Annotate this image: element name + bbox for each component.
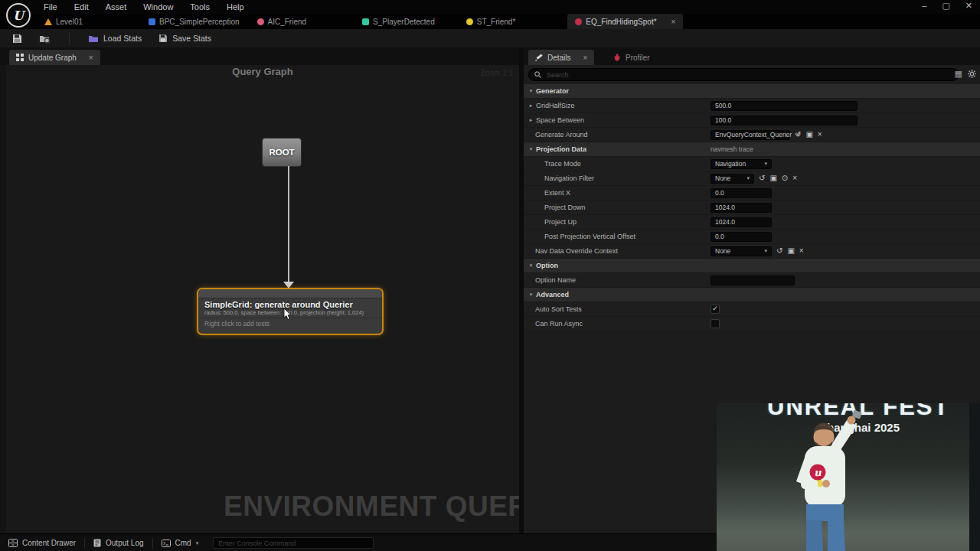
- collapse-arrow-icon[interactable]: ▾: [528, 88, 534, 94]
- load-stats-button[interactable]: Load Stats: [83, 32, 146, 44]
- details-property-row[interactable]: Project Down1024.0: [524, 201, 980, 215]
- details-rows: ▾Generator▸GridHalfSize500.0▸Space Betwe…: [524, 84, 980, 331]
- details-section-row[interactable]: ▾Projection Datanavmesh trace: [524, 142, 980, 157]
- menu-asset[interactable]: Asset: [97, 2, 136, 11]
- display-filter-icon[interactable]: ▦: [955, 69, 962, 79]
- property-input[interactable]: 500.0: [710, 101, 858, 111]
- asset-tab-aic_friend[interactable]: AIC_Friend: [250, 14, 315, 29]
- maximize-button[interactable]: ▢: [942, 1, 949, 11]
- copy-icon[interactable]: ▣: [769, 174, 776, 182]
- browse-icon[interactable]: ↺: [759, 174, 765, 182]
- unreal-engine-logo-icon[interactable]: U: [6, 3, 31, 28]
- property-dropdown[interactable]: None▾: [710, 174, 754, 184]
- details-property-row[interactable]: Option Name: [524, 273, 980, 288]
- clear-icon[interactable]: ×: [792, 174, 797, 182]
- asset-tab-s_playerdetected[interactable]: S_PlayerDetected: [354, 14, 443, 29]
- details-property-row[interactable]: Auto Sort Tests✓: [524, 302, 980, 317]
- graph-zoom-indicator: Zoom 1:1: [481, 69, 513, 77]
- property-value-area: 1024.0: [710, 203, 772, 213]
- details-section-row[interactable]: ▾Option: [524, 259, 980, 273]
- details-tab[interactable]: Details ×: [528, 50, 594, 65]
- content-drawer-button[interactable]: Content Drawer: [0, 534, 84, 551]
- details-property-row[interactable]: Navigation FilterNone▾↺▣⊙×: [524, 171, 980, 186]
- asset-tab-label: Level01: [56, 18, 83, 26]
- property-checkbox[interactable]: [710, 319, 720, 328]
- property-value-area: Navigation▾: [710, 159, 772, 169]
- asset-tab-eq_findhidingspot[interactable]: EQ_FindHidingSpot*×: [567, 14, 683, 29]
- clear-icon[interactable]: ×: [799, 247, 804, 255]
- asset-tab-level01[interactable]: Level01: [37, 14, 90, 29]
- expand-arrow-icon[interactable]: ▸: [528, 103, 534, 109]
- dropdown-value: None: [715, 174, 730, 182]
- blueprint-component-icon: [149, 18, 155, 25]
- details-property-row[interactable]: Trace ModeNavigation▾: [524, 157, 980, 171]
- console-command-input[interactable]: [213, 537, 374, 549]
- browse-asset-button[interactable]: [34, 32, 55, 45]
- collapse-arrow-icon[interactable]: ▾: [528, 146, 534, 152]
- menu-tools[interactable]: Tools: [181, 2, 218, 11]
- copy-icon[interactable]: ▣: [787, 247, 794, 255]
- menu-edit[interactable]: Edit: [66, 2, 97, 11]
- clear-icon[interactable]: ×: [818, 131, 822, 139]
- property-input[interactable]: 0.0: [710, 188, 772, 198]
- minimize-button[interactable]: –: [922, 1, 926, 11]
- property-input[interactable]: 100.0: [710, 116, 858, 126]
- update-graph-tab-label: Update Graph: [28, 54, 77, 62]
- presenter-webcam-overlay: UNREAL FEST Shanghai 2025 u: [717, 403, 980, 551]
- copy-icon[interactable]: ▣: [805, 131, 812, 139]
- details-section-row[interactable]: ▾Advanced: [524, 288, 980, 302]
- property-value-area: None▾↺▣×: [710, 246, 804, 256]
- property-dropdown[interactable]: Navigation▾: [710, 159, 772, 169]
- output-log-button[interactable]: Output Log: [85, 534, 152, 551]
- property-dropdown[interactable]: EnvQueryContext_Querier▾: [710, 130, 790, 140]
- close-button[interactable]: ✕: [965, 1, 972, 11]
- details-search-bar[interactable]: [528, 68, 959, 81]
- expand-arrow-icon[interactable]: ▸: [528, 117, 534, 123]
- browse-icon[interactable]: ↺: [776, 247, 782, 255]
- save-asset-button[interactable]: [8, 32, 27, 45]
- property-checkbox[interactable]: ✓: [710, 305, 720, 314]
- property-dropdown[interactable]: None▾: [710, 246, 772, 256]
- details-tab-close-icon[interactable]: ×: [583, 54, 588, 62]
- details-section-row[interactable]: ▾Generator: [524, 84, 980, 99]
- details-property-row[interactable]: ▸GridHalfSize500.0: [524, 99, 980, 113]
- details-property-row[interactable]: Project Up1024.0: [524, 215, 980, 230]
- settings-gear-icon[interactable]: [968, 70, 976, 78]
- output-log-label: Output Log: [106, 539, 143, 547]
- property-input[interactable]: 1024.0: [710, 203, 772, 213]
- details-property-row[interactable]: Extent X0.0: [524, 186, 980, 201]
- menu-window[interactable]: Window: [135, 2, 181, 11]
- asset-tab-bpc_simpleperception[interactable]: BPC_SimplePerception: [141, 14, 247, 29]
- panel-divider[interactable]: [519, 47, 524, 533]
- target-icon[interactable]: ⊙: [782, 174, 788, 182]
- property-input[interactable]: 0.0: [710, 232, 772, 242]
- details-property-row[interactable]: Nav Data Override ContextNone▾↺▣×: [524, 244, 980, 259]
- details-search-input[interactable]: [545, 70, 952, 80]
- property-value-area: 1024.0: [710, 217, 772, 227]
- dropdown-value: None: [715, 247, 730, 255]
- root-node[interactable]: ROOT: [262, 138, 302, 167]
- menu-help[interactable]: Help: [218, 2, 253, 11]
- cmd-selector[interactable]: Cmd ▾: [153, 534, 207, 551]
- query-graph-canvas[interactable]: Query Graph Zoom 1:1 ENVIRONMENT QUERY R…: [6, 65, 519, 533]
- details-property-row[interactable]: Can Run Async: [524, 317, 980, 331]
- tab-close-icon[interactable]: ×: [671, 18, 676, 26]
- update-graph-tab[interactable]: Update Graph ×: [9, 50, 100, 65]
- menu-file[interactable]: File: [35, 2, 66, 11]
- collapse-arrow-icon[interactable]: ▾: [528, 292, 534, 298]
- property-label: Navigation Filter: [544, 174, 594, 182]
- update-graph-tab-close-icon[interactable]: ×: [89, 54, 93, 62]
- details-property-row[interactable]: Generate AroundEnvQueryContext_Querier▾↺…: [524, 128, 980, 142]
- property-input[interactable]: [710, 276, 795, 285]
- collapse-arrow-icon[interactable]: ▾: [528, 262, 534, 269]
- webcam-edge-band: [969, 403, 980, 551]
- browse-icon[interactable]: ↺: [795, 131, 801, 139]
- asset-tab-st_friend[interactable]: ST_Friend*: [459, 14, 524, 29]
- profiler-tab[interactable]: Profiler: [606, 50, 657, 65]
- save-stats-button[interactable]: Save Stats: [154, 32, 216, 44]
- details-property-row[interactable]: ▸Space Between100.0: [524, 113, 980, 128]
- property-value-area: 0.0: [710, 188, 772, 198]
- property-input[interactable]: 1024.0: [710, 217, 772, 227]
- details-property-row[interactable]: Post Projection Vertical Offset0.0: [524, 230, 980, 244]
- asset-tab-label: AIC_Friend: [268, 18, 307, 26]
